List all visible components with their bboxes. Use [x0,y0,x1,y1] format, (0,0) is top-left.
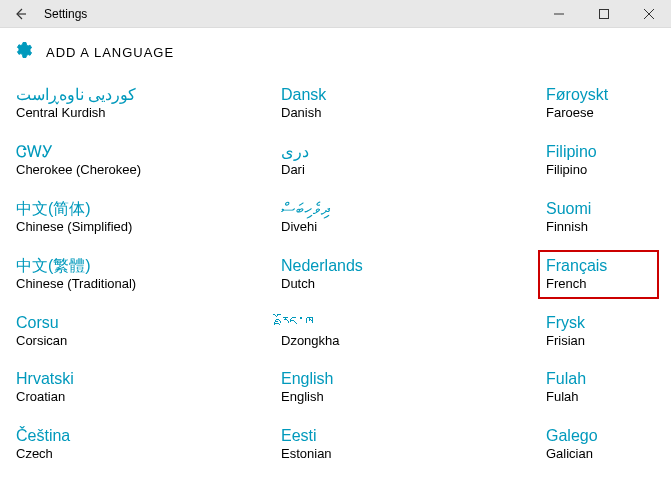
language-item[interactable]: NederlandsDutch [279,255,544,294]
language-item[interactable]: FøroysktFaroese [544,84,659,123]
language-native-name: Čeština [16,426,277,446]
language-item[interactable]: GalegoGalician [544,425,659,464]
language-item[interactable]: DanskDanish [279,84,544,123]
language-column: FøroysktFaroeseFilipinoFilipinoSuomiFinn… [544,84,659,482]
language-item[interactable]: EnglishEnglish [279,368,544,407]
language-english-name: Dzongkha [281,333,542,350]
language-english-name: Chinese (Simplified) [16,219,277,236]
language-native-name: 中文(简体) [16,199,277,219]
language-native-name: Galego [546,426,657,446]
language-english-name: Czech [16,446,277,463]
language-native-name: Dansk [281,85,542,105]
language-native-name: Nederlands [281,256,542,276]
language-native-name: Eesti [281,426,542,446]
language-item[interactable]: ČeštinaCzech [14,425,279,464]
maximize-icon [599,9,609,19]
language-item[interactable]: FulahFulah [544,368,659,407]
language-english-name: Fulah [546,389,657,406]
language-native-name: Frysk [546,313,657,333]
language-item[interactable]: FilipinoFilipino [544,141,659,180]
language-english-name: Dutch [281,276,542,293]
language-english-name: Corsican [16,333,277,350]
language-english-name: Dari [281,162,542,179]
language-grid: کوردیی ناوەڕاستCentral KurdishᏣᎳᎩCheroke… [0,76,671,492]
titlebar: Settings [0,0,671,28]
language-native-name: ᏣᎳᎩ [16,142,277,162]
language-item[interactable]: ᏣᎳᎩCherokee (Cherokee) [14,141,279,180]
language-native-name: Corsu [16,313,277,333]
language-native-name: کوردیی ناوەڕاست [16,85,277,105]
language-english-name: Central Kurdish [16,105,277,122]
page-header: ADD A LANGUAGE [0,28,671,76]
language-column: DanskDanishدرىDariދިވެހިބަސްDivehiNederl… [279,84,544,482]
language-native-name: རྫོང་ཁ [281,313,542,333]
language-native-name: Hrvatski [16,369,277,389]
language-english-name: Divehi [281,219,542,236]
language-native-name: 中文(繁體) [16,256,277,276]
language-item[interactable]: SuomiFinnish [544,198,659,237]
language-english-name: French [546,276,651,293]
language-english-name: Croatian [16,389,277,406]
language-native-name: English [281,369,542,389]
language-native-name: ދިވެހިބަސް [281,199,542,219]
language-native-name: Filipino [546,142,657,162]
language-english-name: Faroese [546,105,657,122]
language-item[interactable]: 中文(繁體)Chinese (Traditional) [14,255,279,294]
language-item[interactable]: FrançaisFrench [538,250,659,299]
window-controls [536,0,671,28]
language-english-name: Galician [546,446,657,463]
language-item[interactable]: درىDari [279,141,544,180]
language-item[interactable]: རྫོང་ཁDzongkha [279,312,544,351]
back-button[interactable] [0,0,40,28]
page-title: ADD A LANGUAGE [46,45,174,60]
language-native-name: Français [546,256,651,276]
minimize-icon [554,9,564,19]
language-column: کوردیی ناوەڕاستCentral KurdishᏣᎳᎩCheroke… [14,84,279,482]
close-button[interactable] [626,0,671,28]
language-english-name: Finnish [546,219,657,236]
language-english-name: Cherokee (Cherokee) [16,162,277,179]
language-item[interactable]: HrvatskiCroatian [14,368,279,407]
language-item[interactable]: ދިވެހިބަސްDivehi [279,198,544,237]
language-item[interactable]: CorsuCorsican [14,312,279,351]
language-native-name: Føroyskt [546,85,657,105]
gear-icon [14,41,32,64]
language-native-name: Suomi [546,199,657,219]
window-title: Settings [44,7,87,21]
language-english-name: Estonian [281,446,542,463]
language-english-name: English [281,389,542,406]
minimize-button[interactable] [536,0,581,28]
arrow-left-icon [13,7,27,21]
language-native-name: درى [281,142,542,162]
language-item[interactable]: EestiEstonian [279,425,544,464]
language-english-name: Frisian [546,333,657,350]
language-item[interactable]: 中文(简体)Chinese (Simplified) [14,198,279,237]
language-english-name: Chinese (Traditional) [16,276,277,293]
close-icon [644,9,654,19]
language-english-name: Danish [281,105,542,122]
language-native-name: Fulah [546,369,657,389]
language-item[interactable]: FryskFrisian [544,312,659,351]
svg-rect-1 [599,9,608,18]
language-item[interactable]: کوردیی ناوەڕاستCentral Kurdish [14,84,279,123]
language-english-name: Filipino [546,162,657,179]
maximize-button[interactable] [581,0,626,28]
